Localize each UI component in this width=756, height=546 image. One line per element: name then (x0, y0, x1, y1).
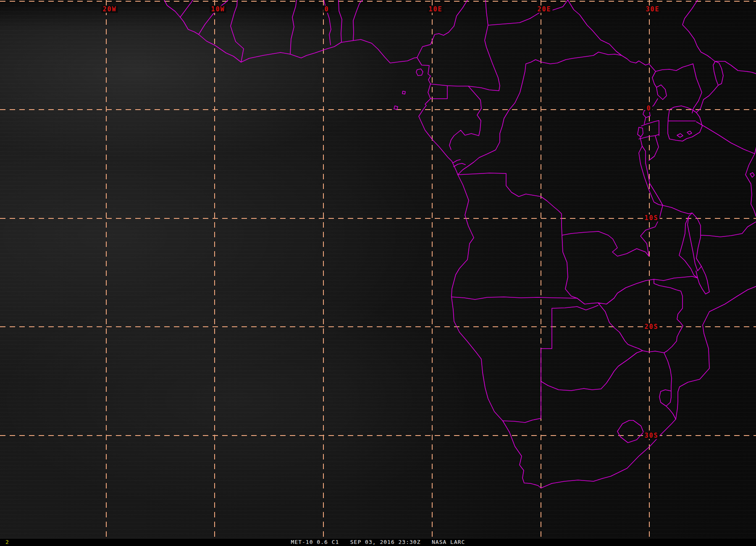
map-overlay (0, 0, 756, 546)
lake-victoria-region (668, 106, 755, 154)
borders-central-africa (394, 0, 500, 167)
lat-label-0: 0 (645, 105, 652, 112)
lat-label-20s: 20S (643, 323, 659, 331)
satellite-viewer-window: 20W 10W 0 10E 20E 30E 0 10S 20S 30S 2 ME… (0, 0, 756, 546)
lon-label-10e: 10E (427, 6, 444, 13)
lon-label-30e: 30E (644, 6, 661, 13)
lon-label-20w: 20W (101, 6, 118, 13)
borders-ethiopia-kenya (682, 0, 756, 113)
borders-angola-zambia-drc (458, 173, 663, 298)
lat-label-10s: 10S (643, 215, 659, 222)
lake-tanganyika-rwanda-burundi (639, 121, 663, 205)
borders-south-africa-mozambique (617, 353, 676, 443)
borders-namibia-botswana (452, 297, 643, 423)
lon-label-20e: 20E (536, 6, 552, 13)
graticule (0, 0, 756, 539)
caption-bar: 2 MET-10 0.6 C1 SEP 03, 2016 23:30Z NASA… (0, 539, 756, 546)
image-caption: MET-10 0.6 C1 SEP 03, 2016 23:30Z NASA L… (0, 539, 756, 546)
coastline-east-africa (746, 144, 756, 216)
coastline-west-south-africa (164, 0, 756, 488)
lon-label-10w: 10W (210, 6, 226, 13)
lat-label-30s: 30S (643, 432, 659, 439)
country-borders (164, 0, 756, 488)
lon-label-0: 0 (323, 6, 330, 13)
borders-zimbabwe (598, 279, 683, 353)
